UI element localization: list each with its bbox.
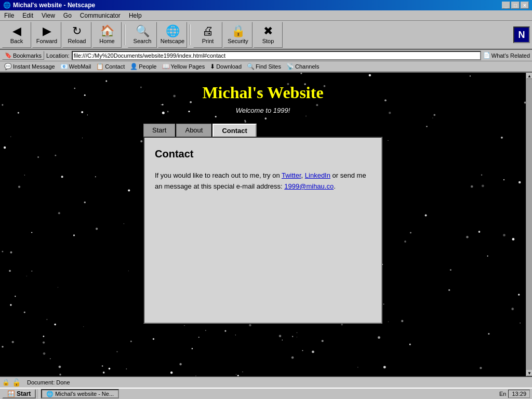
ptb-find-sites[interactable]: 🔍 Find Sites xyxy=(245,62,283,71)
body-end: . xyxy=(334,182,336,190)
instant-message-icon: 💬 xyxy=(4,63,12,70)
email-link[interactable]: 1999@mihau.co xyxy=(284,182,334,190)
home-icon: 🏠 xyxy=(100,25,114,37)
comma-separator: , xyxy=(301,171,305,179)
home-button[interactable]: 🏠 Home xyxy=(92,22,122,48)
ptb-download-label: Download xyxy=(216,63,242,70)
stop-icon: ✖ xyxy=(263,25,273,37)
statusbar: 🔒 🔓 Document: Done xyxy=(0,376,532,388)
welcome-text: Welcome to 1999! xyxy=(236,107,290,114)
bookmarks-button[interactable]: 🔖 Bookmarks xyxy=(2,51,44,60)
browser-icon: 🌐 xyxy=(3,2,11,9)
forward-label: Forward xyxy=(36,38,57,44)
ptb-webmail[interactable]: 📧 WebMail xyxy=(58,62,94,71)
tab-start[interactable]: Start xyxy=(143,124,175,137)
menubar: File Edit View Go Communicator Help xyxy=(0,10,532,21)
main-area: Michal's Website Welcome to 1999! Start … xyxy=(0,73,532,376)
ptb-yellow-pages[interactable]: 📖 Yellow Pages xyxy=(160,62,207,71)
page-content: Michal's Website Welcome to 1999! Start … xyxy=(0,73,526,376)
security-button[interactable]: 🔒 Security xyxy=(223,22,252,48)
location-label: Location: xyxy=(46,52,70,59)
titlebar: 🌐 Michal's website - Netscape _ □ × xyxy=(0,0,532,10)
taskbar-netscape-icon: 🌐 xyxy=(46,391,54,397)
ptb-contact-label: Contact xyxy=(105,63,125,70)
find-sites-icon: 🔍 xyxy=(247,63,255,70)
whats-related-label: What's Related xyxy=(491,52,530,59)
scrollbar[interactable]: ▲ ▼ xyxy=(526,73,532,376)
panel-heading: Contact xyxy=(155,148,371,160)
whats-related-button[interactable]: 📄 What's Related xyxy=(483,52,530,59)
start-button[interactable]: 🪟 Start xyxy=(2,389,36,398)
reload-label: Reload xyxy=(68,38,86,44)
maximize-button[interactable]: □ xyxy=(511,2,520,9)
menu-go[interactable]: Go xyxy=(61,11,74,20)
content-wrapper[interactable]: Michal's Website Welcome to 1999! Start … xyxy=(0,73,526,376)
bookmark-icon: 🔖 xyxy=(5,52,12,59)
windows-icon: 🪟 xyxy=(7,390,15,397)
ptb-channels-label: Channels xyxy=(295,63,319,70)
titlebar-left: 🌐 Michal's website - Netscape xyxy=(3,2,95,9)
titlebar-controls[interactable]: _ □ × xyxy=(502,2,529,9)
search-label: Search xyxy=(134,38,152,44)
security-label: Security xyxy=(228,38,248,44)
status-text: Document: Done xyxy=(23,379,530,385)
netscape-logo: N xyxy=(513,26,530,43)
search-icon: 🔍 xyxy=(136,25,150,37)
print-button[interactable]: 🖨 Print xyxy=(193,22,222,48)
search-button[interactable]: 🔍 Search xyxy=(128,22,157,48)
taskbar-netscape-item[interactable]: 🌐 Michal's website - Ne... xyxy=(41,389,119,398)
ptb-channels[interactable]: 📡 Channels xyxy=(284,62,321,71)
minimize-button[interactable]: _ xyxy=(502,2,510,9)
start-label: Start xyxy=(17,390,31,397)
ptb-instant-message-label: Instant Message xyxy=(13,63,55,70)
stop-label: Stop xyxy=(262,38,274,44)
scroll-up-button[interactable]: ▲ xyxy=(526,73,532,79)
forward-button[interactable]: ▶ Forward xyxy=(32,22,61,48)
tab-contact[interactable]: Contact xyxy=(212,124,256,137)
back-button[interactable]: ◀ Back xyxy=(2,22,31,48)
reload-button[interactable]: ↻ Reload xyxy=(62,22,91,48)
ptb-people[interactable]: 👤 People xyxy=(128,62,158,71)
taskbar-separator xyxy=(38,389,39,398)
tabs-container: Start About Contact xyxy=(143,124,382,137)
ptb-yellow-pages-label: Yellow Pages xyxy=(171,63,205,70)
location-input[interactable] xyxy=(72,51,481,60)
menu-help[interactable]: Help xyxy=(127,11,144,20)
menu-file[interactable]: File xyxy=(2,11,16,20)
security-status-icon: 🔒 xyxy=(2,379,10,386)
toolbar: ◀ Back ▶ Forward ↻ Reload 🏠 Home 🔍 Searc… xyxy=(0,21,532,50)
forward-icon: ▶ xyxy=(43,25,51,37)
back-label: Back xyxy=(10,38,23,44)
people-icon: 👤 xyxy=(130,63,138,70)
ptb-contact[interactable]: 📋 Contact xyxy=(94,62,127,71)
menu-view[interactable]: View xyxy=(39,11,57,20)
body-before: If you would like to reach out to me, tr… xyxy=(155,171,282,179)
toolbar-separator-2 xyxy=(190,24,191,45)
security-icon: 🔒 xyxy=(231,25,245,37)
ptb-webmail-label: WebMail xyxy=(69,63,91,70)
ptb-people-label: People xyxy=(139,63,156,70)
site-title: Michal's Website xyxy=(202,83,323,102)
bookmarks-label: Bookmarks xyxy=(13,52,42,59)
menu-communicator[interactable]: Communicator xyxy=(78,11,123,20)
taskbar-lang: En xyxy=(499,391,506,397)
scroll-track[interactable] xyxy=(526,79,532,370)
print-icon: 🖨 xyxy=(202,25,214,37)
print-label: Print xyxy=(202,38,214,44)
stop-button[interactable]: ✖ Stop xyxy=(254,22,283,48)
toolbar-separator-1 xyxy=(124,24,125,45)
reload-icon: ↻ xyxy=(72,25,82,37)
twitter-link[interactable]: Twitter xyxy=(282,171,301,179)
back-icon: ◀ xyxy=(12,25,21,37)
scroll-down-button[interactable]: ▼ xyxy=(526,370,532,376)
close-button[interactable]: × xyxy=(521,2,529,9)
ptb-download[interactable]: ⬇ Download xyxy=(208,62,244,71)
whats-related-icon: 📄 xyxy=(483,52,490,59)
linkedin-link[interactable]: LinkedIn xyxy=(305,171,330,179)
status-lock-open: 🔓 xyxy=(12,378,21,387)
menu-edit[interactable]: Edit xyxy=(20,11,35,20)
status-icons: 🔒 🔓 xyxy=(2,378,21,387)
tab-about[interactable]: About xyxy=(176,124,211,137)
ptb-instant-message[interactable]: 💬 Instant Message xyxy=(2,62,57,71)
netscape-button[interactable]: 🌐 Netscape xyxy=(158,22,187,48)
